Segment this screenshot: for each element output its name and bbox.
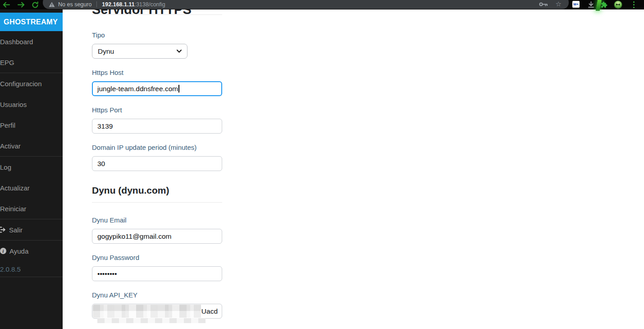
tipo-label: Tipo bbox=[92, 32, 222, 38]
sidebar-item-label: Actualizar bbox=[0, 184, 30, 192]
sidebar-item-label: Perfil bbox=[0, 121, 15, 129]
sidebar-item-perfil[interactable]: Perfil bbox=[0, 115, 63, 135]
apikey-visible-suffix: Uacd bbox=[201, 304, 218, 319]
redaction-blur bbox=[93, 305, 201, 318]
security-label: No es seguro bbox=[58, 1, 91, 8]
url-path: :3138/config bbox=[135, 1, 165, 8]
profile-avatar[interactable] bbox=[614, 0, 622, 9]
page-title: Servidor HTTPS bbox=[92, 9, 192, 16]
https-host-value: jungle-team.ddnsfree.com bbox=[97, 85, 178, 93]
https-host-input[interactable]: jungle-team.ddnsfree.com bbox=[92, 81, 222, 96]
sidebar-divider bbox=[0, 277, 63, 277]
sidebar-item-label: Salir bbox=[9, 226, 23, 234]
dynu-apikey-label: Dynu API_KEY bbox=[92, 292, 222, 298]
sidebar-item-configuracion[interactable]: Configuracion bbox=[0, 73, 63, 94]
app-version: 2.0.8.5 bbox=[0, 261, 63, 277]
security-chip[interactable]: No es seguro bbox=[49, 1, 91, 8]
browser-menu-icon[interactable] bbox=[633, 1, 635, 8]
sidebar-item-label: Activar bbox=[0, 142, 21, 150]
sidebar-item-actualizar[interactable]: Actualizar bbox=[0, 177, 63, 198]
text-caret bbox=[178, 85, 179, 93]
refresh-icon[interactable] bbox=[32, 1, 39, 9]
sign-out-icon bbox=[0, 227, 6, 233]
key-icon[interactable] bbox=[539, 2, 548, 7]
back-icon[interactable] bbox=[3, 1, 10, 8]
sidebar-item-log[interactable]: Log bbox=[0, 157, 63, 177]
download-icon[interactable] bbox=[588, 1, 594, 8]
section-divider bbox=[92, 202, 222, 203]
sidebar: GHOSTREAMY Dashboard EPG Configuracion U… bbox=[0, 9, 63, 329]
dynu-password-label: Dynu Password bbox=[92, 254, 222, 261]
sidebar-item-usuarios[interactable]: Usuarios bbox=[0, 94, 63, 115]
chevron-down-icon bbox=[177, 50, 182, 53]
browser-toolbar: No es seguro 192.168.1.11:3138/config ☆ … bbox=[0, 0, 644, 9]
tipo-selected-value: Dynu bbox=[98, 47, 114, 56]
https-port-label: Https Port bbox=[92, 107, 222, 113]
url-bar[interactable]: No es seguro 192.168.1.11:3138/config ☆ bbox=[43, 0, 569, 9]
sidebar-item-label: Ayuda bbox=[9, 247, 28, 255]
bookmark-star-icon[interactable]: ☆ bbox=[556, 1, 562, 8]
https-host-label: Https Host bbox=[92, 69, 222, 76]
dynu-email-input[interactable] bbox=[92, 229, 222, 244]
dynu-section-title: Dynu (dynu.com) bbox=[92, 185, 222, 195]
tipo-select[interactable]: Dynu bbox=[92, 44, 187, 59]
dynu-password-input[interactable] bbox=[92, 266, 222, 281]
sidebar-item-label: Log bbox=[0, 163, 11, 171]
url-text[interactable]: 192.168.1.11:3138/config bbox=[102, 1, 165, 8]
sidebar-item-salir[interactable]: Salir bbox=[0, 219, 63, 240]
sidebar-item-label: Dashboard bbox=[0, 38, 33, 46]
sidebar-item-reiniciar[interactable]: Reiniciar bbox=[0, 198, 63, 219]
sidebar-item-label: EPG bbox=[0, 59, 14, 66]
sidebar-item-epg[interactable]: EPG bbox=[0, 52, 63, 73]
url-host: 192.168.1.11 bbox=[102, 1, 134, 8]
redaction-blur bbox=[97, 318, 206, 323]
sidebar-item-ayuda[interactable]: i Ayuda bbox=[0, 241, 63, 261]
dynu-email-label: Dynu Email bbox=[92, 217, 222, 223]
sidebar-item-dashboard[interactable]: Dashboard bbox=[0, 31, 63, 52]
omnibox-divider bbox=[96, 1, 97, 7]
sidebar-item-label: Reiniciar bbox=[0, 205, 26, 213]
brand-logo[interactable]: GHOSTREAMY bbox=[0, 13, 63, 31]
domain-period-input[interactable] bbox=[92, 156, 222, 171]
sidebar-item-activar[interactable]: Activar bbox=[0, 135, 63, 156]
domain-period-label: Domain IP update period (minutes) bbox=[92, 144, 222, 151]
warning-icon bbox=[49, 2, 55, 7]
sidebar-item-label: Configuracion bbox=[0, 80, 42, 88]
info-icon: i bbox=[0, 248, 6, 254]
extension-mplus-icon[interactable]: M+ bbox=[572, 1, 580, 8]
extensions-puzzle-icon[interactable] bbox=[600, 1, 608, 9]
config-page: Servidor HTTPS Tipo Dynu Https Host jung… bbox=[63, 9, 644, 329]
https-port-input[interactable] bbox=[92, 119, 222, 134]
sidebar-item-label: Usuarios bbox=[0, 101, 27, 108]
forward-icon[interactable] bbox=[17, 1, 25, 8]
